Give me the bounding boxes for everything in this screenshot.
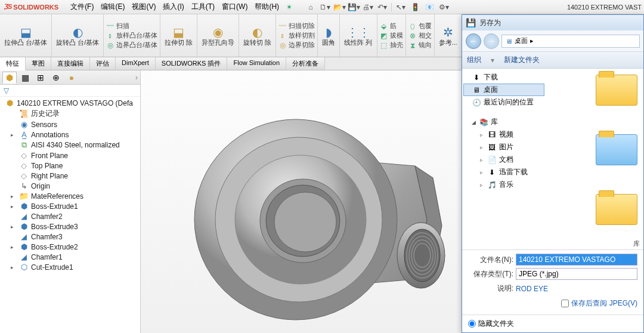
command-tab[interactable]: 草图 [26, 57, 51, 70]
folder-item[interactable] [596, 194, 643, 236]
boundary-button[interactable]: ◎边界凸台/基体 [106, 41, 157, 50]
rebuild-icon[interactable]: 🚦 [408, 2, 422, 13]
menu-item[interactable]: 窗口(W) [218, 0, 251, 14]
new-folder-button[interactable]: 新建文件夹 [504, 55, 540, 65]
pin-icon[interactable]: ✶ [283, 2, 296, 13]
select-icon[interactable]: ↖▾ [394, 2, 407, 13]
command-tab[interactable]: 评估 [90, 57, 116, 70]
linear-pattern-button[interactable]: ⋮⋮线性阵 列 [342, 25, 374, 47]
loft-button[interactable]: ⫾放样凸台/基体 [106, 31, 157, 40]
tree-item[interactable]: ◉Sensors [0, 119, 140, 130]
sweep-button[interactable]: 〰扫描 [106, 21, 157, 30]
extrude-boss-button[interactable]: ⬓拉伸凸 台/基体 [2, 25, 49, 47]
tree-item[interactable]: ◢Chamfer3 [0, 232, 140, 242]
nav-tree-item[interactable]: 🖥桌面 [463, 84, 544, 96]
revolve-boss-button[interactable]: ◐旋转凸 台/基体 [54, 25, 101, 47]
fillet-button[interactable]: ◗圆角 [320, 25, 337, 47]
tree-item[interactable]: ◇Front Plane [0, 150, 140, 161]
command-tab[interactable]: 特征 [0, 57, 26, 70]
tree-item-label: Sensors [31, 121, 57, 129]
cut-loft-button[interactable]: ⫾放样切割 [278, 31, 315, 40]
new-icon[interactable]: 🗋▾ [318, 2, 332, 13]
intersect-button[interactable]: ⊗相交 [408, 31, 432, 40]
folder-item[interactable] [596, 134, 643, 176]
tree-item[interactable]: 📜历史记录 [0, 108, 140, 119]
tree-root[interactable]: ⬢ 140210 EXTREMO VASTAGO (Defa [0, 98, 140, 108]
property-tab[interactable]: ▦ [18, 72, 32, 84]
desc-value[interactable]: ROD EYE [516, 285, 548, 293]
home-icon[interactable]: ⌂ [304, 2, 317, 13]
menu-item[interactable]: 帮助(H) [251, 0, 283, 14]
part-icon: ⬢ [5, 98, 14, 107]
cut-sweep-button[interactable]: 〰扫描切除 [278, 21, 315, 30]
path-breadcrumb[interactable]: 🖥 桌面 ▸ [501, 35, 640, 48]
folder-item[interactable] [596, 75, 643, 116]
command-tab[interactable]: Flow Simulation [227, 57, 286, 70]
hide-folders-input[interactable] [468, 320, 476, 328]
command-tab[interactable]: 分析准备 [286, 57, 325, 70]
nav-tree-item[interactable]: ⬇下载 [463, 71, 544, 84]
nav-tree-item[interactable]: ▹🖼图片 [463, 141, 544, 153]
open-icon[interactable]: 📂▾ [333, 2, 346, 13]
wrap-button[interactable]: ⬯包覆 [408, 21, 432, 30]
nav-tree-item[interactable]: ▹⬇迅雷下载 [463, 166, 544, 178]
nav-forward-button[interactable]: → [484, 33, 499, 49]
ref-geom-button[interactable]: ✲参考... [437, 25, 459, 47]
nav-tree-item[interactable]: ▹📄文档 [463, 153, 544, 166]
tree-item[interactable]: ▸⬡Cut-Extrude1 [0, 262, 140, 272]
menu-item[interactable]: 文件(F) [67, 0, 97, 14]
menu-item[interactable]: 插入(I) [159, 0, 187, 14]
cut-revolve-button[interactable]: ◐旋转切 除 [242, 25, 273, 47]
options-icon[interactable]: 📧 [423, 2, 436, 13]
command-tab[interactable]: SOLIDWORKS 插件 [156, 57, 228, 70]
tree-item[interactable]: ◢Chamfer1 [0, 252, 140, 262]
tree-item[interactable]: ▸📁MateReferences [0, 191, 140, 201]
nav-tree-item[interactable]: ▹🎵音乐 [463, 178, 544, 191]
hide-folders-radio[interactable]: 隐藏文件夹 [468, 319, 514, 329]
mirror-button[interactable]: ⧗镜向 [408, 41, 432, 50]
tree-item[interactable]: ◢Chamfer2 [0, 211, 140, 221]
undo-icon[interactable]: ↶▾ [376, 2, 389, 13]
nav-tree-item[interactable]: ▹🎞视频 [463, 128, 544, 141]
nav-tree-lib-header[interactable]: ◢📚库 [463, 116, 544, 128]
nav-back-button[interactable]: ← [466, 33, 481, 49]
tree-item[interactable]: ◇Top Plane [0, 161, 140, 171]
shell-button[interactable]: ⬚抽壳 [380, 41, 403, 50]
savetype-select[interactable] [516, 268, 637, 280]
tree-item[interactable]: ▸⬢Boss-Extrude2 [0, 242, 140, 252]
menu-item[interactable]: 编辑(E) [97, 0, 128, 14]
menu-item[interactable]: 工具(T) [188, 0, 218, 14]
dim-tab[interactable]: ⊕ [49, 72, 63, 84]
review-checkbox[interactable]: 保存后查阅 JPEG(V) [561, 298, 637, 309]
filename-input[interactable] [516, 254, 637, 266]
config-tab[interactable]: ⊞ [33, 72, 48, 84]
command-tab[interactable]: DimXpert [116, 57, 156, 70]
tree-item[interactable]: ▸⬢Boss-Extrude3 [0, 221, 140, 232]
display-tab[interactable]: ● [64, 72, 79, 84]
settings-icon[interactable]: ⚙▾ [437, 2, 450, 13]
tree-item-icon: ⧉ [19, 140, 29, 150]
review-check-input[interactable] [561, 300, 569, 307]
feature-tree-tab[interactable]: ⬢ [2, 72, 17, 84]
print-icon[interactable]: 🖨▾ [361, 2, 374, 13]
tree-item[interactable]: ▸A̲Annotations [0, 130, 140, 140]
draft-button[interactable]: ◩拔模 [380, 31, 403, 40]
menu-item[interactable]: 视图(V) [128, 0, 159, 14]
tree-item[interactable]: ⧉AISI 4340 Steel, normalized [0, 140, 140, 150]
folder-view[interactable]: 库 [546, 69, 643, 249]
tree-item[interactable]: ↳Origin [0, 181, 140, 191]
hole-wizard-button[interactable]: ◉异型孔向导 [200, 25, 236, 47]
command-tab[interactable]: 直接编辑 [51, 57, 90, 70]
rib-button[interactable]: ⬙筋 [380, 21, 403, 30]
tree-item[interactable]: ◇Right Plane [0, 171, 140, 181]
desc-label: 说明: [468, 283, 513, 294]
tree-item[interactable]: ▸⬢Boss-Extrude1 [0, 201, 140, 211]
organize-button[interactable]: 组织 [467, 55, 481, 65]
cut-boundary-button[interactable]: ◎边界切除 [278, 41, 315, 50]
nav-tree-item[interactable]: 🕘最近访问的位置 [463, 96, 544, 109]
panel-expand-icon[interactable]: › [135, 73, 138, 82]
cut-extrude-button[interactable]: ⬓拉伸切 除 [163, 25, 194, 47]
save-icon[interactable]: 💾▾ [347, 2, 360, 13]
filter-bar[interactable]: ▽ [0, 85, 140, 97]
tree-root-label: 140210 EXTREMO VASTAGO (Defa [17, 99, 133, 107]
